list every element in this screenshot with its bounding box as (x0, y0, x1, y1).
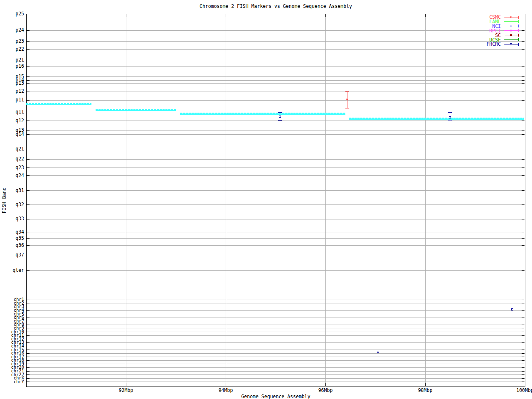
y-band-label: p23 (0, 39, 24, 44)
square-open-marker (510, 43, 512, 46)
y-band-label: q32 (0, 202, 24, 207)
legend-glyph (504, 29, 519, 32)
legend-glyph-part (504, 29, 504, 32)
legend-glyph-part (518, 20, 519, 23)
legend-glyph (504, 38, 519, 41)
diamond-open-marker (510, 16, 512, 19)
legend-glyph-part (504, 34, 504, 37)
legend-glyph-part (504, 20, 504, 23)
y-band-label: q35 (0, 236, 24, 241)
y-band-label: q12 (0, 118, 24, 123)
x-tick-label: 92Mbp (109, 387, 143, 393)
diamond-open-marker (346, 98, 349, 101)
legend-glyph-part (518, 25, 519, 27)
square-open-marker-part (377, 351, 379, 353)
y-band-label: q34 (0, 230, 24, 234)
y-band-label: q21 (0, 147, 24, 151)
y-band-label: q23 (0, 165, 24, 170)
square-open-marker-part (279, 116, 281, 118)
legend-glyph (504, 20, 519, 23)
error-bar-part (345, 91, 349, 92)
cross-marker (510, 29, 512, 32)
legend-glyph-part (518, 43, 519, 46)
square-open-marker-part (510, 43, 512, 45)
y-band-label: p24 (0, 28, 24, 32)
y-band-label: p25 (0, 12, 24, 16)
y-band-label: chrY (0, 380, 24, 384)
y-band-label: q36 (0, 243, 24, 248)
square-open-marker-part (511, 308, 513, 310)
plus-marker (510, 38, 512, 41)
plus-marker-part (511, 38, 511, 41)
y-band-label: p13 (0, 81, 24, 86)
y-band-label: p21 (0, 58, 24, 62)
diamond-filled-marker-part (510, 34, 512, 37)
y-band-label: q33 (0, 217, 24, 221)
x-axis-title: Genome Sequence Assembly (26, 394, 525, 399)
diamond-filled-marker (510, 34, 512, 37)
marker-layer (27, 14, 525, 387)
legend-glyph (504, 43, 519, 46)
y-band-label: q31 (0, 188, 24, 193)
y-band-label: qter (0, 268, 24, 273)
legend-glyph-part (504, 25, 504, 27)
diamond-open-marker-part (510, 16, 512, 18)
y-band-label: q11 (0, 110, 24, 114)
plot-area (26, 14, 525, 387)
square-open-marker (510, 25, 512, 27)
plus-marker-part (511, 20, 511, 23)
y-band-label: q22 (0, 157, 24, 161)
legend-glyph-part (518, 16, 519, 19)
x-tick-label: 94Mbp (209, 387, 242, 393)
chart-title: Chromosome 2 FISH Markers vs Genome Sequ… (26, 3, 525, 9)
error-bar-part (278, 112, 282, 113)
y-band-label: p22 (0, 47, 24, 52)
legend-glyph-part (518, 34, 519, 37)
y-band-label: q14 (0, 132, 24, 137)
x-tick-label: 96Mbp (309, 387, 342, 393)
square-open-marker-part (449, 116, 451, 118)
legend-row-fhcrc: FHCRC (486, 42, 519, 47)
y-band-label: q24 (0, 173, 24, 178)
legend-glyph-part (504, 16, 504, 19)
legend-glyph (504, 34, 519, 37)
diamond-open-marker-part (346, 98, 348, 101)
legend-glyph-part (504, 38, 504, 41)
y-band-label: p12 (0, 89, 24, 94)
legend-label: FHCRC (486, 42, 501, 47)
x-tick-label: 100Mbp (508, 387, 532, 393)
plus-marker (510, 20, 512, 23)
chromosome-hit-fhcrc (377, 350, 379, 353)
square-open-marker-part (510, 25, 512, 27)
legend-glyph-part (504, 43, 504, 46)
legend-glyph (504, 16, 519, 19)
legend-glyph (504, 25, 519, 27)
square-open-marker (278, 115, 281, 118)
error-bar-part (448, 112, 452, 113)
legend-glyph-part (518, 38, 519, 41)
y-band-label: p11 (0, 98, 24, 102)
error-bar-part (448, 121, 452, 121)
error-bar-part (345, 108, 349, 108)
y-band-label: q37 (0, 253, 24, 257)
y-band-label: p16 (0, 64, 24, 69)
error-bar-part (278, 120, 282, 121)
legend-glyph-part (518, 29, 519, 32)
square-open-marker (448, 116, 451, 119)
x-tick-label: 98Mbp (409, 387, 442, 393)
chart-canvas: Chromosome 2 FISH Markers vs Genome Sequ… (0, 0, 532, 399)
chromosome-hit-fhcrc (511, 308, 514, 311)
